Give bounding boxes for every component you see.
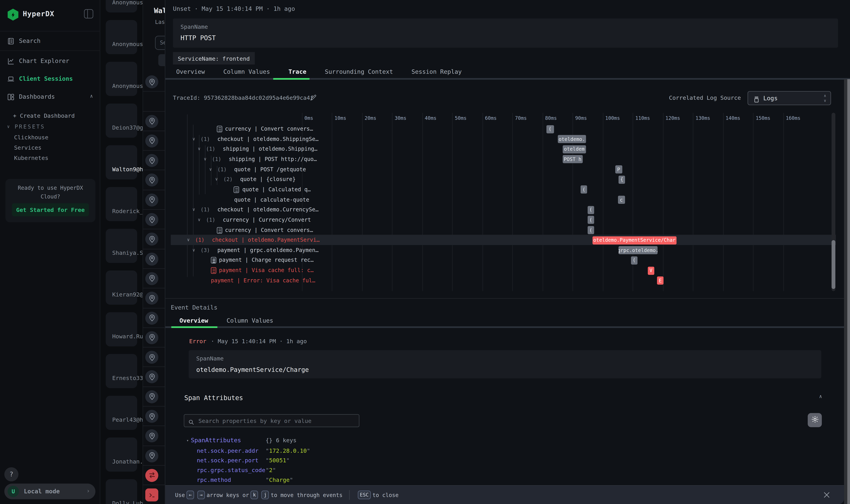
chevron-down-icon[interactable]: ∨	[198, 146, 201, 151]
event-row[interactable]	[143, 249, 165, 269]
create-dashboard-button[interactable]: + Create Dashboard	[13, 112, 75, 119]
trace-row-label[interactable]: shipping | POST http://quo…	[229, 156, 317, 162]
event-row[interactable]	[143, 72, 165, 92]
trace-span-bar[interactable]: (	[587, 206, 594, 214]
event-row[interactable]	[143, 131, 165, 151]
event-row[interactable]	[143, 387, 165, 407]
session-card[interactable]: Ernesto33@	[106, 354, 137, 388]
chevron-up-icon[interactable]: ∨	[90, 94, 93, 99]
get-started-button[interactable]: Get Started for Free	[12, 203, 89, 216]
location-pin-icon[interactable]	[145, 292, 158, 305]
presets-section-toggle[interactable]: ∨PRESETS	[15, 124, 45, 130]
preset-kubernetes[interactable]: Kubernetes	[14, 155, 95, 161]
session-card[interactable]: Anonymous	[106, 0, 137, 12]
log-source-select[interactable]: Logs ∧∨	[748, 91, 831, 105]
service-name-chip[interactable]: ServiceName: frontend	[173, 52, 255, 64]
trace-row-label[interactable]: quote | POST /getquote	[234, 166, 306, 172]
chevron-down-icon[interactable]: ∨	[192, 248, 195, 253]
event-row[interactable]	[143, 485, 165, 504]
edit-icon[interactable]	[310, 93, 317, 101]
tab-overview[interactable]: Overview	[176, 68, 205, 79]
event-row[interactable]	[143, 92, 165, 111]
session-card[interactable]: Dolly.Lubo	[106, 479, 137, 504]
session-card[interactable]: Deion37@gm	[106, 104, 137, 138]
session-card[interactable]: Shaniya.Sc	[106, 229, 137, 263]
trace-row-label[interactable]: quote | calculate-quote	[234, 197, 309, 202]
trace-span-bar[interactable]: V	[648, 267, 654, 275]
trace-row-label[interactable]: payment | grpc.oteldemo.Paymen…	[217, 247, 319, 253]
session-card[interactable]: Jonathan.E	[106, 437, 137, 471]
chevron-down-icon[interactable]: ∨	[215, 177, 218, 182]
attributes-search-input[interactable]: Search properties by key or value	[184, 414, 359, 427]
event-row[interactable]	[143, 446, 165, 466]
attribute-row[interactable]: rpc.grpc.status_code2	[197, 467, 685, 476]
trace-row-label[interactable]: currency | Convert convers…	[225, 126, 313, 132]
tab-session-replay[interactable]: Session Replay	[411, 68, 462, 79]
location-pin-icon[interactable]	[145, 213, 158, 226]
location-pin-icon[interactable]	[145, 233, 158, 246]
trace-row-label[interactable]: payment | Error: Visa cache ful…	[211, 277, 315, 283]
event-row[interactable]	[143, 269, 165, 289]
attribute-row[interactable]: net.sock.peer.port50051	[197, 457, 685, 467]
session-card[interactable]: Anonymous	[106, 20, 137, 54]
event-row[interactable]	[143, 190, 165, 210]
trace-row-label[interactable]: quote | Calculated q…	[242, 186, 311, 192]
attribute-row[interactable]: rpc.methodCharge	[197, 476, 685, 486]
event-row[interactable]	[143, 289, 165, 308]
trace-span-bar[interactable]: (	[587, 226, 594, 234]
location-pin-icon[interactable]	[145, 174, 158, 187]
sidebar-item-dashboards[interactable]: Dashboards ∨	[0, 88, 100, 105]
chevron-down-icon[interactable]: ∨	[198, 217, 201, 222]
trace-span-bar[interactable]: POST h	[563, 155, 583, 163]
close-icon[interactable]	[822, 490, 831, 499]
trace-span-bar[interactable]: P	[615, 165, 622, 174]
trace-row-label[interactable]: checkout | oteldemo.CurrencySe…	[217, 206, 319, 213]
location-pin-icon[interactable]	[145, 371, 158, 383]
attribute-row[interactable]: net.sock.peer.addr172.28.0.10	[197, 447, 685, 457]
console-error-icon[interactable]	[145, 488, 158, 502]
sidebar-item-client-sessions[interactable]: Client Sessions	[0, 70, 100, 87]
event-row[interactable]	[143, 466, 165, 485]
event-row[interactable]	[143, 308, 165, 328]
location-pin-icon[interactable]	[145, 193, 158, 206]
chevron-down-icon[interactable]: ∨	[187, 237, 189, 242]
trace-row-label[interactable]: checkout | oteldemo.ShippingSe…	[217, 136, 319, 142]
trace-span-bar[interactable]: oteldemo.	[558, 135, 586, 143]
session-card[interactable]: Walton9@ho	[106, 145, 137, 179]
trace-span-bar[interactable]: (	[581, 185, 587, 194]
location-pin-icon[interactable]	[145, 430, 158, 443]
event-row[interactable]	[143, 367, 165, 387]
event-details-tab-overview[interactable]: Overview	[179, 317, 208, 324]
location-pin-icon[interactable]	[145, 390, 158, 403]
tab-surrounding-context[interactable]: Surrounding Context	[325, 68, 393, 79]
chevron-down-icon[interactable]: ∨	[204, 157, 206, 161]
trace-row-label[interactable]: quote | {closure}	[240, 176, 295, 182]
location-pin-icon[interactable]	[145, 75, 158, 88]
location-pin-icon[interactable]	[145, 331, 158, 344]
event-row[interactable]	[143, 407, 165, 426]
session-card[interactable]: Anonymous	[106, 62, 137, 96]
page-scrollbar-thumb[interactable]	[847, 79, 850, 504]
trace-row-label[interactable]: shipping | oteldemo.Shipping…	[223, 146, 318, 152]
chevron-down-icon[interactable]: ∨	[192, 137, 195, 141]
attributes-settings-button[interactable]	[808, 413, 822, 427]
waterfall-scrollbar-thumb[interactable]	[832, 240, 835, 289]
session-card[interactable]: Roderick_S	[106, 187, 137, 221]
trace-row-label[interactable]: currency | Convert convers…	[225, 227, 313, 233]
trace-span-bar[interactable]: E	[657, 276, 664, 285]
location-pin-icon[interactable]	[145, 410, 158, 423]
location-pin-icon[interactable]	[145, 351, 158, 364]
location-pin-icon[interactable]	[145, 154, 158, 167]
user-menu[interactable]: U Local mode ›	[4, 484, 95, 499]
trace-row-label[interactable]: currency | Currency/Convert	[223, 217, 311, 223]
event-row[interactable]	[143, 328, 165, 347]
trace-span-bar[interactable]: (	[587, 216, 594, 224]
session-card[interactable]: Kieran92@h	[106, 270, 137, 305]
tab-column-values[interactable]: Column Values	[223, 68, 270, 79]
event-row[interactable]	[143, 347, 165, 367]
trace-span-bar[interactable]: {	[618, 176, 625, 184]
trace-span-bar[interactable]: oteldemo.PaymentService/Char	[592, 236, 676, 244]
tab-trace[interactable]: Trace	[288, 68, 306, 79]
sidebar-item-chart-explorer[interactable]: Chart Explorer	[0, 53, 100, 69]
preset-services[interactable]: Services	[14, 144, 95, 151]
